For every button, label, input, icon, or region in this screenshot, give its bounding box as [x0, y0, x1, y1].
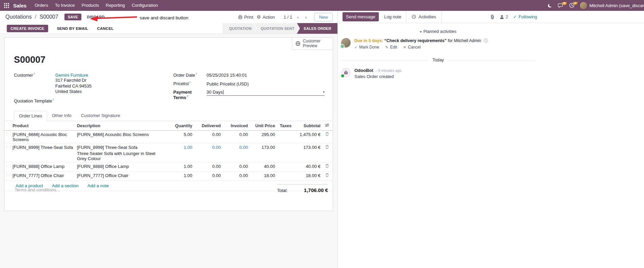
new-button[interactable]: New	[314, 13, 333, 21]
followers-count: 2	[506, 15, 508, 19]
pricelist-field[interactable]: Public Pricelist (USD)	[207, 81, 325, 87]
delete-row-icon[interactable]	[321, 173, 333, 178]
cell-delivered[interactable]: 0.00	[193, 145, 221, 150]
breadcrumb-quotations[interactable]: Quotations	[5, 14, 32, 20]
cell-delivered[interactable]: 0.00	[193, 164, 221, 169]
cell-unit-price[interactable]: 18.00	[249, 173, 276, 178]
col-quantity[interactable]: Quantity	[166, 123, 193, 128]
mark-done-button[interactable]: ✓Mark Done	[354, 45, 379, 50]
save-button[interactable]: SAVE	[64, 14, 81, 20]
cell-description[interactable]: [FURN_7777] Office Chair	[77, 173, 166, 178]
cell-invoiced[interactable]: 0.00	[221, 173, 249, 178]
pager-next-icon[interactable]: ›	[304, 14, 308, 20]
add-note-link[interactable]: Add a note	[87, 183, 109, 188]
order-line-row[interactable]: ⋮⋮ [FURN_6666] Acoustic Bloc Screens [FU…	[4, 131, 333, 143]
menu-orders[interactable]: Orders	[31, 0, 52, 11]
order-line-row[interactable]: ⋮⋮ [FURN_8888] Office Lamp [FURN_8888] O…	[4, 162, 333, 172]
apps-grid-icon[interactable]	[3, 3, 11, 8]
activity-state-clock-icon	[340, 44, 345, 49]
state-quotation[interactable]: QUOTATION	[222, 23, 256, 34]
discard-button[interactable]: DISCARD	[87, 15, 104, 19]
order-line-row[interactable]: ⋮⋮ [FURN_8999] Three-Seat Sofa [FURN_899…	[4, 143, 333, 162]
col-taxes[interactable]: Taxes	[276, 123, 295, 128]
cell-product[interactable]: [FURN_6666] Acoustic Bloc Screens	[13, 132, 77, 142]
create-invoice-button[interactable]: CREATE INVOICE	[7, 25, 48, 32]
terms-and-conditions-field[interactable]: Terms and conditions...	[15, 187, 60, 192]
cell-unit-price[interactable]: 295.00	[249, 132, 276, 137]
cell-delivered[interactable]: 0.00	[193, 173, 221, 178]
cell-quantity[interactable]: 1.00	[166, 145, 193, 150]
optional-columns-icon[interactable]	[321, 123, 333, 128]
cell-invoiced[interactable]: 0.00	[221, 164, 249, 169]
attachment-paperclip-icon[interactable]	[490, 14, 494, 19]
pager-previous-icon[interactable]: ‹	[296, 14, 300, 20]
cell-product[interactable]: [FURN_8888] Office Lamp	[13, 164, 77, 169]
menu-to-invoice[interactable]: To Invoice	[52, 0, 78, 11]
planned-activities-header[interactable]: ▾Planned activities	[341, 29, 535, 34]
pager-value[interactable]: 1 / 1	[284, 15, 292, 20]
menu-configuration[interactable]: Configuration	[128, 0, 161, 11]
cell-product[interactable]: [FURN_7777] Office Chair	[13, 173, 77, 178]
col-delivered[interactable]: Delivered	[193, 123, 221, 128]
cell-description[interactable]: [FURN_6666] Acoustic Bloc Screens	[77, 132, 166, 137]
col-unit-price[interactable]: Unit Price	[249, 123, 276, 128]
activities-tab[interactable]: Activities	[406, 11, 442, 23]
send-by-email-button[interactable]: SEND BY EMAIL	[57, 26, 88, 31]
delete-row-icon[interactable]	[321, 145, 333, 150]
collapse-caret-icon: ▾	[420, 30, 422, 34]
cell-quantity[interactable]: 1.00	[166, 173, 193, 178]
cell-invoiced[interactable]: 0.00	[221, 145, 249, 150]
print-button[interactable]: Print	[238, 15, 253, 20]
user-menu[interactable]: Mitchell Admin (save_discar	[580, 2, 644, 9]
cell-description[interactable]: [FURN_8888] Office Lamp	[77, 164, 166, 169]
col-invoiced[interactable]: Invoiced	[221, 123, 249, 128]
cell-invoiced[interactable]: 0.00	[221, 132, 249, 137]
col-description[interactable]: Description	[77, 123, 166, 128]
total-value: 1,706.00 €	[304, 187, 328, 193]
order-date-label: Order Date?	[173, 72, 207, 78]
menu-reporting[interactable]: Reporting	[102, 0, 128, 11]
order-date-field[interactable]: 05/25/2023 15:40:01	[207, 73, 325, 78]
activity-summary: “Check delivery requirements”	[384, 38, 446, 43]
customer-link[interactable]: Gemini Furniture	[55, 73, 88, 78]
cancel-button[interactable]: CANCEL	[97, 26, 114, 31]
drag-handle-icon[interactable]: ⋮⋮	[4, 164, 13, 168]
activities-clock-icon[interactable]: 2	[569, 3, 574, 8]
cell-quantity[interactable]: 1.00	[166, 164, 193, 169]
cell-unit-price[interactable]: 173.00	[249, 145, 276, 150]
delete-row-icon[interactable]	[321, 164, 333, 169]
chevron-down-icon[interactable]: ▾	[323, 90, 325, 94]
tab-order-lines[interactable]: Order Lines	[14, 111, 47, 121]
followers-button[interactable]: 2	[500, 15, 508, 19]
delete-row-icon[interactable]	[321, 132, 333, 137]
cell-unit-price[interactable]: 40.00	[249, 164, 276, 169]
log-note-button[interactable]: Log note	[384, 14, 402, 19]
action-button[interactable]: ⚙ Action	[257, 15, 275, 20]
cell-product[interactable]: [FURN_8999] Three-Seat Sofa	[13, 145, 77, 150]
menu-products[interactable]: Products	[78, 0, 102, 11]
send-message-button[interactable]: Send message	[343, 12, 379, 21]
col-subtotal[interactable]: Subtotal	[295, 123, 321, 128]
drag-handle-icon[interactable]: ⋮⋮	[4, 132, 13, 136]
cell-delivered[interactable]: 0.00	[193, 132, 221, 137]
cancel-activity-button[interactable]: ✕Cancel	[403, 45, 421, 50]
messages-icon[interactable]: 4	[558, 3, 564, 8]
cell-quantity[interactable]: 5.00	[166, 132, 193, 137]
info-icon[interactable]: ⓘ	[484, 38, 488, 43]
state-quotation-sent[interactable]: QUOTATION SENT	[254, 23, 299, 34]
following-button[interactable]: ✓ Following	[513, 14, 537, 19]
drag-handle-icon[interactable]: ⋮⋮	[4, 145, 13, 149]
order-line-row[interactable]: ⋮⋮ [FURN_7777] Office Chair [FURN_7777] …	[4, 172, 333, 181]
customer-preview-button[interactable]: Customer Preview	[292, 38, 333, 50]
edit-activity-button[interactable]: ✎Edit	[385, 45, 397, 50]
tab-customer-signature[interactable]: Customer Signature	[76, 111, 125, 121]
col-product[interactable]: Product	[13, 123, 77, 128]
cell-description[interactable]: [FURN_8999] Three-Seat Sofa Three Seater…	[77, 145, 166, 161]
app-name[interactable]: Sales	[13, 3, 26, 8]
state-sales-order[interactable]: SALES ORDER	[297, 23, 337, 34]
drag-handle-icon[interactable]: ⋮⋮	[4, 173, 13, 177]
tab-other-info[interactable]: Other Info	[47, 111, 76, 121]
payment-terms-field[interactable]: 30 Days ▾	[207, 90, 325, 96]
dark-mode-moon-icon[interactable]	[547, 3, 552, 8]
total-label: Total:	[277, 188, 288, 193]
